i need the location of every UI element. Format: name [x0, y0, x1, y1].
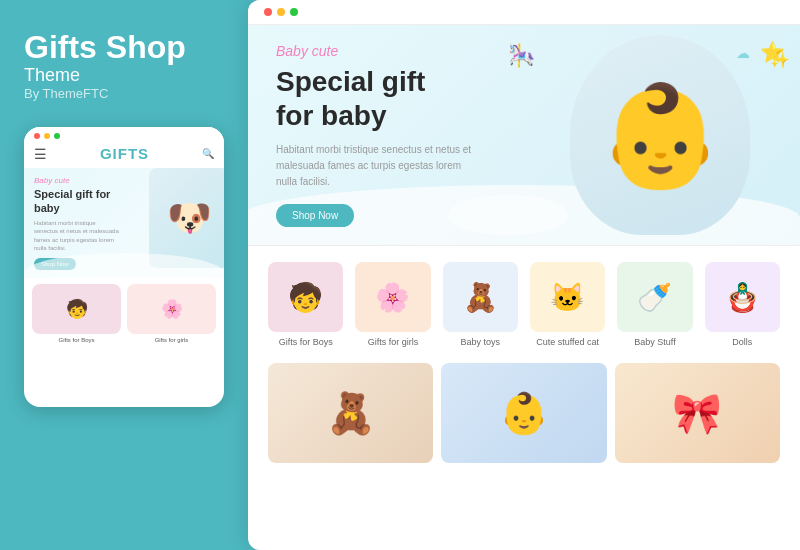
second-image-3: 🎀: [615, 363, 780, 463]
baby-emoji-small: 🐶: [167, 197, 212, 239]
desktop-hero: Baby cute Special giftfor baby Habitant …: [248, 25, 800, 245]
product-image-dolls: 🪆: [705, 262, 780, 332]
brand-title: Gifts Shop: [24, 30, 224, 65]
mobile-products-row: 🧒 Gifts for Boys 🌸 Gifts for girls: [24, 278, 224, 349]
product-image-boys: 🧒: [268, 262, 343, 332]
mobile-hang-deco: 🎠: [508, 43, 535, 69]
second-image-1: 🧸: [268, 363, 433, 463]
mobile-hero-desc: Habitant morbi tristique senectus et net…: [34, 219, 119, 253]
products-grid: 🧒 Gifts for Boys 🌸 Gifts for girls 🧸 Bab…: [268, 262, 780, 347]
product-label-boys: Gifts for Boys: [32, 337, 121, 343]
mobile-top-bar: [24, 127, 224, 139]
list-item: 🧒 Gifts for Boys: [32, 284, 121, 343]
product-image-cat: 🐱: [530, 262, 605, 332]
second-image-2: 👶: [441, 363, 606, 463]
shop-now-button[interactable]: Shop Now: [276, 204, 354, 227]
hero-baby-image: 👶: [550, 25, 770, 245]
desktop-dot-red: [264, 8, 272, 16]
mobile-hero-image: 🐶: [149, 168, 224, 268]
table-row: 🐱 Cute stuffed cat: [530, 262, 605, 347]
product-image-stuff: 🍼: [617, 262, 692, 332]
second-row-images: 🧸 👶 🎀: [268, 363, 780, 463]
table-row: 🍼 Baby Stuff: [617, 262, 692, 347]
product-label: Dolls: [705, 337, 780, 347]
baby-face-emoji: 👶: [598, 85, 723, 185]
product-label-girls: Gifts for girls: [127, 337, 216, 343]
hero-tag: Baby cute: [276, 43, 476, 59]
products-section: 🧒 Gifts for Boys 🌸 Gifts for girls 🧸 Bab…: [248, 245, 800, 550]
hamburger-icon[interactable]: ☰: [34, 146, 47, 162]
right-panel: Baby cute Special giftfor baby Habitant …: [248, 0, 800, 550]
desktop-top-bar: [248, 0, 800, 25]
brand-by: By ThemeFTC: [24, 86, 224, 101]
product-image-girls: 🌸: [127, 284, 216, 334]
hero-desc: Habitant morbi tristique senectus et net…: [276, 142, 476, 190]
mobile-header: ☰ GIFTS 🔍: [24, 139, 224, 168]
desktop-dot-green: [290, 8, 298, 16]
mobile-search-icon: 🔍: [202, 148, 214, 159]
product-label: Gifts for Boys: [268, 337, 343, 347]
hero-title: Special giftfor baby: [276, 65, 476, 132]
brand-info: Gifts Shop Theme By ThemeFTC: [24, 30, 224, 101]
brand-subtitle: Theme: [24, 65, 224, 86]
product-image-toys: 🧸: [443, 262, 518, 332]
table-row: 🌸 Gifts for girls: [355, 262, 430, 347]
mobile-hero: Baby cute Special gift for baby Habitant…: [24, 168, 224, 278]
mobile-hero-title: Special gift for baby: [34, 187, 124, 216]
list-item: 🌸 Gifts for girls: [127, 284, 216, 343]
table-row: 🧸 Baby toys: [443, 262, 518, 347]
product-label: Cute stuffed cat: [530, 337, 605, 347]
product-image-boys: 🧒: [32, 284, 121, 334]
hero-content: Baby cute Special giftfor baby Habitant …: [276, 43, 476, 227]
desktop-dot-yellow: [277, 8, 285, 16]
table-row: 🪆 Dolls: [705, 262, 780, 347]
product-label: Baby Stuff: [617, 337, 692, 347]
table-row: 🧒 Gifts for Boys: [268, 262, 343, 347]
product-label: Gifts for girls: [355, 337, 430, 347]
product-label: Baby toys: [443, 337, 518, 347]
product-image-girls: 🌸: [355, 262, 430, 332]
baby-illustration: 👶: [570, 35, 750, 235]
mobile-logo: GIFTS: [100, 145, 149, 162]
mobile-mockup: ☰ GIFTS 🔍 Baby cute Special gift for bab…: [24, 127, 224, 407]
left-panel: Gifts Shop Theme By ThemeFTC ☰ GIFTS 🔍 B…: [0, 0, 248, 550]
